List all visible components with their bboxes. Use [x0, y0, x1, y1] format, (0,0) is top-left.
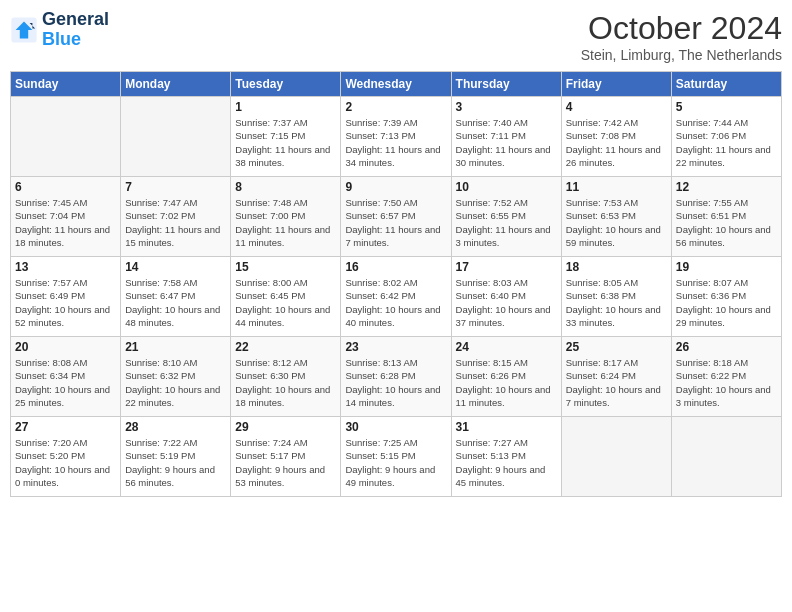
day-number: 24 — [456, 340, 557, 354]
day-number: 12 — [676, 180, 777, 194]
day-number: 26 — [676, 340, 777, 354]
day-number: 28 — [125, 420, 226, 434]
day-number: 27 — [15, 420, 116, 434]
calendar-cell: 13Sunrise: 7:57 AMSunset: 6:49 PMDayligh… — [11, 257, 121, 337]
calendar-week-4: 20Sunrise: 8:08 AMSunset: 6:34 PMDayligh… — [11, 337, 782, 417]
calendar-header-row: SundayMondayTuesdayWednesdayThursdayFrid… — [11, 72, 782, 97]
col-header-monday: Monday — [121, 72, 231, 97]
day-detail: Sunrise: 7:42 AMSunset: 7:08 PMDaylight:… — [566, 116, 667, 169]
calendar-table: SundayMondayTuesdayWednesdayThursdayFrid… — [10, 71, 782, 497]
calendar-cell: 4Sunrise: 7:42 AMSunset: 7:08 PMDaylight… — [561, 97, 671, 177]
day-number: 10 — [456, 180, 557, 194]
calendar-cell — [121, 97, 231, 177]
day-number: 14 — [125, 260, 226, 274]
calendar-cell: 22Sunrise: 8:12 AMSunset: 6:30 PMDayligh… — [231, 337, 341, 417]
calendar-cell: 23Sunrise: 8:13 AMSunset: 6:28 PMDayligh… — [341, 337, 451, 417]
day-detail: Sunrise: 7:45 AMSunset: 7:04 PMDaylight:… — [15, 196, 116, 249]
day-detail: Sunrise: 7:39 AMSunset: 7:13 PMDaylight:… — [345, 116, 446, 169]
day-number: 13 — [15, 260, 116, 274]
day-detail: Sunrise: 8:08 AMSunset: 6:34 PMDaylight:… — [15, 356, 116, 409]
day-detail: Sunrise: 7:52 AMSunset: 6:55 PMDaylight:… — [456, 196, 557, 249]
calendar-cell: 5Sunrise: 7:44 AMSunset: 7:06 PMDaylight… — [671, 97, 781, 177]
day-number: 4 — [566, 100, 667, 114]
calendar-cell: 10Sunrise: 7:52 AMSunset: 6:55 PMDayligh… — [451, 177, 561, 257]
calendar-cell: 18Sunrise: 8:05 AMSunset: 6:38 PMDayligh… — [561, 257, 671, 337]
calendar-cell: 3Sunrise: 7:40 AMSunset: 7:11 PMDaylight… — [451, 97, 561, 177]
calendar-cell: 27Sunrise: 7:20 AMSunset: 5:20 PMDayligh… — [11, 417, 121, 497]
day-detail: Sunrise: 7:22 AMSunset: 5:19 PMDaylight:… — [125, 436, 226, 489]
day-detail: Sunrise: 7:25 AMSunset: 5:15 PMDaylight:… — [345, 436, 446, 489]
calendar-cell: 9Sunrise: 7:50 AMSunset: 6:57 PMDaylight… — [341, 177, 451, 257]
calendar-cell: 19Sunrise: 8:07 AMSunset: 6:36 PMDayligh… — [671, 257, 781, 337]
day-detail: Sunrise: 7:40 AMSunset: 7:11 PMDaylight:… — [456, 116, 557, 169]
day-detail: Sunrise: 7:37 AMSunset: 7:15 PMDaylight:… — [235, 116, 336, 169]
logo-line1: General — [42, 10, 109, 30]
day-detail: Sunrise: 8:10 AMSunset: 6:32 PMDaylight:… — [125, 356, 226, 409]
day-detail: Sunrise: 8:13 AMSunset: 6:28 PMDaylight:… — [345, 356, 446, 409]
day-detail: Sunrise: 7:47 AMSunset: 7:02 PMDaylight:… — [125, 196, 226, 249]
day-number: 7 — [125, 180, 226, 194]
calendar-week-1: 1Sunrise: 7:37 AMSunset: 7:15 PMDaylight… — [11, 97, 782, 177]
logo: General Blue — [10, 10, 109, 50]
calendar-cell: 21Sunrise: 8:10 AMSunset: 6:32 PMDayligh… — [121, 337, 231, 417]
day-detail: Sunrise: 8:05 AMSunset: 6:38 PMDaylight:… — [566, 276, 667, 329]
logo-line2: Blue — [42, 30, 109, 50]
calendar-cell: 17Sunrise: 8:03 AMSunset: 6:40 PMDayligh… — [451, 257, 561, 337]
calendar-cell: 25Sunrise: 8:17 AMSunset: 6:24 PMDayligh… — [561, 337, 671, 417]
day-number: 20 — [15, 340, 116, 354]
calendar-cell: 31Sunrise: 7:27 AMSunset: 5:13 PMDayligh… — [451, 417, 561, 497]
day-number: 29 — [235, 420, 336, 434]
calendar-cell: 28Sunrise: 7:22 AMSunset: 5:19 PMDayligh… — [121, 417, 231, 497]
day-detail: Sunrise: 8:18 AMSunset: 6:22 PMDaylight:… — [676, 356, 777, 409]
day-number: 5 — [676, 100, 777, 114]
day-number: 31 — [456, 420, 557, 434]
day-number: 30 — [345, 420, 446, 434]
day-detail: Sunrise: 8:02 AMSunset: 6:42 PMDaylight:… — [345, 276, 446, 329]
day-number: 2 — [345, 100, 446, 114]
calendar-cell: 12Sunrise: 7:55 AMSunset: 6:51 PMDayligh… — [671, 177, 781, 257]
day-number: 8 — [235, 180, 336, 194]
day-number: 15 — [235, 260, 336, 274]
day-number: 9 — [345, 180, 446, 194]
day-number: 16 — [345, 260, 446, 274]
day-number: 17 — [456, 260, 557, 274]
calendar-cell: 20Sunrise: 8:08 AMSunset: 6:34 PMDayligh… — [11, 337, 121, 417]
day-detail: Sunrise: 8:07 AMSunset: 6:36 PMDaylight:… — [676, 276, 777, 329]
day-number: 6 — [15, 180, 116, 194]
col-header-saturday: Saturday — [671, 72, 781, 97]
calendar-cell: 16Sunrise: 8:02 AMSunset: 6:42 PMDayligh… — [341, 257, 451, 337]
day-detail: Sunrise: 7:50 AMSunset: 6:57 PMDaylight:… — [345, 196, 446, 249]
calendar-cell: 24Sunrise: 8:15 AMSunset: 6:26 PMDayligh… — [451, 337, 561, 417]
calendar-week-2: 6Sunrise: 7:45 AMSunset: 7:04 PMDaylight… — [11, 177, 782, 257]
col-header-wednesday: Wednesday — [341, 72, 451, 97]
calendar-cell: 15Sunrise: 8:00 AMSunset: 6:45 PMDayligh… — [231, 257, 341, 337]
calendar-cell — [561, 417, 671, 497]
col-header-sunday: Sunday — [11, 72, 121, 97]
calendar-cell: 1Sunrise: 7:37 AMSunset: 7:15 PMDaylight… — [231, 97, 341, 177]
day-number: 1 — [235, 100, 336, 114]
day-number: 19 — [676, 260, 777, 274]
col-header-tuesday: Tuesday — [231, 72, 341, 97]
day-detail: Sunrise: 7:20 AMSunset: 5:20 PMDaylight:… — [15, 436, 116, 489]
month-title: October 2024 — [581, 10, 782, 47]
calendar-cell — [671, 417, 781, 497]
calendar-cell: 14Sunrise: 7:58 AMSunset: 6:47 PMDayligh… — [121, 257, 231, 337]
calendar-cell: 30Sunrise: 7:25 AMSunset: 5:15 PMDayligh… — [341, 417, 451, 497]
day-detail: Sunrise: 7:27 AMSunset: 5:13 PMDaylight:… — [456, 436, 557, 489]
day-detail: Sunrise: 7:24 AMSunset: 5:17 PMDaylight:… — [235, 436, 336, 489]
day-number: 23 — [345, 340, 446, 354]
day-detail: Sunrise: 7:53 AMSunset: 6:53 PMDaylight:… — [566, 196, 667, 249]
calendar-cell: 26Sunrise: 8:18 AMSunset: 6:22 PMDayligh… — [671, 337, 781, 417]
day-detail: Sunrise: 7:57 AMSunset: 6:49 PMDaylight:… — [15, 276, 116, 329]
day-number: 22 — [235, 340, 336, 354]
day-number: 3 — [456, 100, 557, 114]
calendar-cell — [11, 97, 121, 177]
calendar-cell: 2Sunrise: 7:39 AMSunset: 7:13 PMDaylight… — [341, 97, 451, 177]
day-detail: Sunrise: 7:48 AMSunset: 7:00 PMDaylight:… — [235, 196, 336, 249]
calendar-cell: 7Sunrise: 7:47 AMSunset: 7:02 PMDaylight… — [121, 177, 231, 257]
day-number: 18 — [566, 260, 667, 274]
day-detail: Sunrise: 8:03 AMSunset: 6:40 PMDaylight:… — [456, 276, 557, 329]
calendar-cell: 6Sunrise: 7:45 AMSunset: 7:04 PMDaylight… — [11, 177, 121, 257]
day-detail: Sunrise: 8:12 AMSunset: 6:30 PMDaylight:… — [235, 356, 336, 409]
day-number: 11 — [566, 180, 667, 194]
